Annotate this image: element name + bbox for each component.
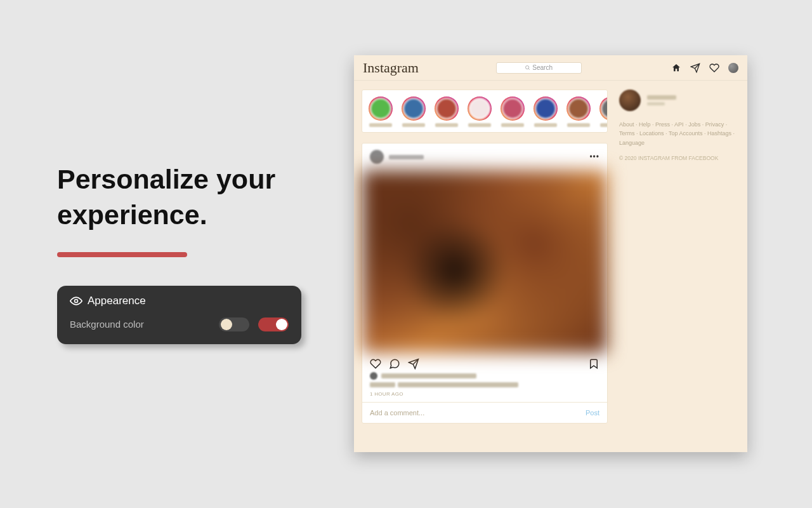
story-avatar: [436, 98, 457, 119]
story-ring: [599, 97, 608, 121]
stories-bar[interactable]: [362, 90, 608, 133]
nav-icons: [671, 63, 738, 73]
footer-link[interactable]: Privacy: [705, 121, 728, 128]
search-icon: [525, 65, 530, 70]
story-item[interactable]: [598, 97, 608, 127]
story-ring: [501, 97, 525, 121]
profile-avatar-icon[interactable]: [728, 63, 738, 73]
story-avatar: [502, 98, 523, 119]
svg-line-2: [529, 69, 530, 70]
story-label: [501, 123, 524, 127]
footer-link[interactable]: Press: [655, 121, 674, 128]
story-ring: [369, 97, 393, 121]
story-ring: [534, 97, 558, 121]
story-label: [435, 123, 458, 127]
app-body: ••• 1: [354, 81, 747, 424]
footer-links: AboutHelpPressAPIJobsPrivacyTermsLocatio…: [619, 120, 740, 147]
bg-color-toggle-left[interactable]: [219, 318, 249, 331]
story-label: [567, 123, 590, 127]
side-profile-avatar: [619, 90, 641, 111]
side-profile-username: [647, 95, 676, 100]
svg-point-0: [75, 299, 78, 302]
story-label: [468, 123, 491, 127]
post-author-name[interactable]: [389, 155, 424, 159]
app-preview-window: Instagram Search •••: [354, 55, 747, 452]
home-icon[interactable]: [671, 63, 681, 73]
post-more-button[interactable]: •••: [589, 152, 599, 161]
story-avatar: [535, 98, 556, 119]
story-avatar: [568, 98, 589, 119]
post-timestamp: 1 HOUR AGO: [370, 391, 599, 397]
comment-button-icon[interactable]: [389, 358, 400, 370]
appearance-row: Background color: [70, 318, 289, 331]
story-label: [402, 123, 425, 127]
toggle-knob: [276, 319, 287, 330]
topbar: Instagram Search: [354, 55, 747, 81]
story-ring: [468, 97, 492, 121]
footer-link[interactable]: Language: [619, 140, 645, 146]
search-placeholder: Search: [532, 64, 553, 71]
side-profile[interactable]: [619, 90, 740, 111]
comment-input[interactable]: Add a comment...: [370, 409, 424, 417]
story-avatar: [370, 98, 391, 119]
story-item[interactable]: [433, 97, 460, 127]
side-column: AboutHelpPressAPIJobsPrivacyTermsLocatio…: [619, 90, 740, 424]
footer-link[interactable]: About: [619, 121, 639, 128]
eye-icon: [70, 295, 82, 307]
bg-color-toggle-right[interactable]: [258, 318, 289, 331]
footer-link[interactable]: Top Accounts: [669, 130, 707, 137]
post-comment-button[interactable]: Post: [586, 409, 599, 417]
caption-username[interactable]: [370, 382, 395, 387]
post-image[interactable]: [362, 170, 607, 353]
footer-link[interactable]: Jobs: [688, 121, 705, 128]
footer-link[interactable]: Hashtags: [707, 130, 735, 137]
footer-link[interactable]: Locations: [639, 130, 669, 137]
appearance-title: Appearence: [88, 295, 146, 307]
promo-headline: Personalize your experience.: [57, 162, 311, 233]
toggle-knob: [221, 319, 232, 330]
heart-icon[interactable]: [709, 63, 719, 73]
footer-link[interactable]: Terms: [619, 130, 639, 137]
comment-input-row: Add a comment... Post: [362, 402, 607, 423]
story-item[interactable]: [466, 97, 493, 127]
post-meta: 1 HOUR AGO: [362, 372, 607, 402]
post-actions: [362, 353, 607, 372]
feed-column: ••• 1: [362, 90, 608, 424]
story-ring: [435, 97, 459, 121]
story-avatar: [601, 98, 608, 119]
svg-point-1: [526, 66, 529, 69]
story-label: [600, 123, 608, 127]
footer-link[interactable]: Help: [639, 121, 655, 128]
app-logo[interactable]: Instagram: [363, 60, 419, 76]
story-ring: [402, 97, 426, 121]
story-item[interactable]: [532, 97, 559, 127]
appearance-panel: Appearence Background color: [57, 286, 301, 344]
likes-row[interactable]: [370, 372, 599, 380]
story-avatar: [403, 98, 424, 119]
story-label: [369, 123, 392, 127]
promo-section: Personalize your experience. Appearence …: [57, 162, 311, 344]
post-author-avatar[interactable]: [370, 150, 384, 164]
bg-color-label: Background color: [70, 319, 210, 330]
send-icon[interactable]: [690, 63, 700, 73]
promo-underline: [57, 252, 187, 257]
search-wrap: Search: [496, 62, 582, 74]
side-profile-subtext: [647, 102, 665, 105]
caption-text: [398, 382, 518, 387]
story-item[interactable]: [400, 97, 427, 127]
search-input[interactable]: Search: [496, 62, 582, 74]
likes-avatar: [370, 372, 377, 380]
story-ring: [566, 97, 591, 121]
likes-text: [381, 373, 476, 378]
story-avatar: [469, 98, 490, 119]
appearance-header: Appearence: [70, 295, 289, 307]
story-item[interactable]: [565, 97, 592, 127]
share-button-icon[interactable]: [408, 358, 419, 370]
post-card: ••• 1: [362, 143, 608, 424]
story-item[interactable]: [499, 97, 526, 127]
story-item[interactable]: [367, 97, 394, 127]
footer-link[interactable]: API: [674, 121, 688, 128]
save-button-icon[interactable]: [588, 358, 599, 370]
like-button-icon[interactable]: [370, 358, 381, 370]
copyright-text: © 2020 INSTAGRAM FROM FACEBOOK: [619, 155, 740, 161]
